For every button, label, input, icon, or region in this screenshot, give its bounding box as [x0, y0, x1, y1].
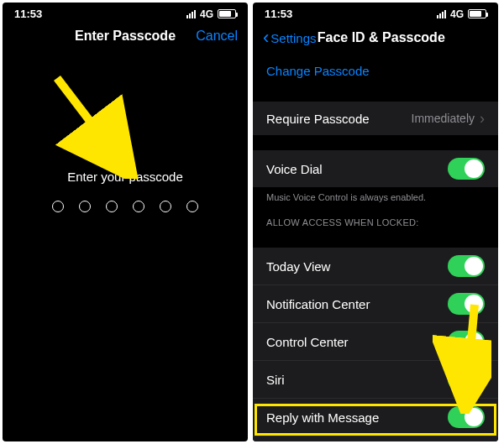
row-value: Immediately ›: [412, 110, 485, 128]
passcode-dot: [79, 201, 91, 212]
network-label: 4G: [450, 8, 464, 20]
toggle-knob: [465, 370, 483, 389]
require-section: Require Passcode Immediately ›: [253, 102, 498, 135]
row-label: Today View: [266, 259, 330, 274]
battery-icon: [468, 9, 486, 18]
svg-line-0: [57, 78, 124, 166]
status-time: 11:53: [14, 8, 42, 20]
toggle-knob: [465, 257, 483, 275]
passcode-dots[interactable]: [3, 201, 248, 212]
passcode-dot: [133, 201, 144, 212]
status-bar: 11:53 4G: [3, 3, 248, 22]
allow-row-control-center: Control Center: [253, 323, 498, 361]
voice-dial-section: Voice Dial: [253, 150, 498, 187]
require-value: Immediately: [412, 112, 475, 125]
battery-icon: [218, 9, 236, 18]
passcode-prompt: Enter your passcode: [3, 170, 248, 184]
row-label: Reply with Message: [266, 410, 379, 425]
passcode-dot: [52, 201, 64, 212]
allow-row-today-view: Today View: [253, 248, 498, 285]
cancel-button[interactable]: Cancel: [191, 29, 238, 44]
toggle-reply-with-message[interactable]: [448, 406, 485, 428]
toggle-control-center[interactable]: [448, 331, 485, 353]
nav-bar: Enter Passcode Cancel: [3, 22, 248, 52]
allow-row-siri: Siri: [253, 361, 498, 399]
network-label: 4G: [200, 8, 213, 20]
passcode-dot: [106, 201, 118, 212]
status-indicators: 4G: [437, 8, 486, 20]
allow-row-notification-center: Notification Center: [253, 285, 498, 323]
row-label: Notification Center: [266, 297, 370, 311]
signal-icon: [437, 10, 446, 18]
nav-title: Enter Passcode: [60, 29, 191, 44]
phone-enter-passcode: 11:53 4G Enter Passcode Cancel Enter you…: [3, 3, 248, 441]
allow-access-header: ALLOW ACCESS WHEN LOCKED:: [253, 206, 498, 232]
change-passcode-button[interactable]: Change Passcode: [253, 55, 498, 86]
allow-row-reply-with-message: Reply with Message: [253, 399, 498, 436]
nav-title: Face ID & Passcode: [283, 30, 480, 45]
chevron-right-icon: ›: [480, 110, 485, 128]
chevron-left-icon: ‹: [263, 29, 269, 47]
toggle-knob: [465, 295, 483, 313]
row-label: Require Passcode: [266, 112, 370, 126]
annotation-arrow-icon: [49, 70, 141, 179]
status-indicators: 4G: [186, 8, 236, 20]
passcode-dot: [160, 201, 171, 212]
nav-bar: ‹ Settings Face ID & Passcode: [253, 22, 498, 55]
voice-dial-note: Music Voice Control is always enabled.: [253, 187, 498, 206]
toggle-knob: [465, 408, 483, 426]
toggle-today-view[interactable]: [448, 255, 485, 277]
require-passcode-row[interactable]: Require Passcode Immediately ›: [253, 102, 498, 135]
toggle-notification-center[interactable]: [448, 293, 485, 315]
allow-access-section: Today ViewNotification CenterControl Cen…: [253, 248, 498, 441]
status-time: 11:53: [265, 8, 292, 20]
signal-icon: [186, 10, 196, 18]
row-label: Voice Dial: [266, 162, 323, 176]
status-bar: 11:53 4G: [253, 3, 498, 22]
phone-faceid-settings: 11:53 4G ‹ Settings Face ID & Passcode C…: [253, 3, 498, 441]
voice-dial-toggle[interactable]: [448, 158, 485, 180]
toggle-knob: [465, 159, 483, 178]
toggle-siri[interactable]: [448, 368, 485, 390]
row-label: Siri: [266, 373, 285, 387]
voice-dial-row: Voice Dial: [253, 150, 498, 187]
toggle-knob: [465, 332, 483, 351]
allow-row-home-control: Home Control: [253, 436, 498, 441]
row-label: Control Center: [266, 335, 349, 349]
passcode-dot: [186, 201, 198, 212]
